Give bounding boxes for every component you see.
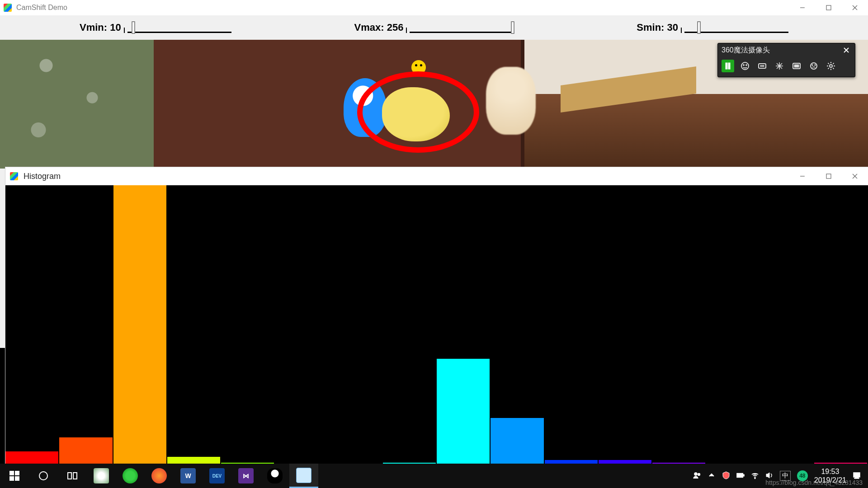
svg-point-32 <box>694 473 697 475</box>
tracking-ellipse <box>357 71 479 153</box>
histogram-close-button[interactable] <box>842 167 868 185</box>
close-button[interactable] <box>842 0 868 15</box>
tray-clock[interactable]: 19:53 2019/2/21 <box>814 467 846 484</box>
histogram-maximize-button[interactable] <box>816 167 842 185</box>
taskbar-app-firefox[interactable] <box>145 464 174 488</box>
svg-point-33 <box>698 473 700 475</box>
svg-rect-6 <box>726 63 727 69</box>
trackbar-panel: Vmin: 10 Vmax: 256 Smin: 30 <box>0 15 868 40</box>
overlay-settings-icon[interactable] <box>825 60 837 72</box>
histogram-bar <box>59 437 112 465</box>
svg-rect-26 <box>15 471 19 475</box>
smin-slider[interactable] <box>684 19 788 36</box>
taskbar-app-browser360[interactable] <box>87 464 116 488</box>
svg-point-19 <box>815 65 816 66</box>
start-button[interactable] <box>0 464 29 488</box>
tray-security-icon[interactable] <box>722 471 730 481</box>
svg-point-17 <box>811 63 817 69</box>
tray-people-icon[interactable] <box>693 471 701 481</box>
histogram-window: Histogram <box>5 167 868 465</box>
camera-overlay-toolbar[interactable]: 360魔法摄像头 <box>717 43 855 77</box>
overlay-sparkle-icon[interactable] <box>773 60 786 72</box>
taskbar-app-visualstudio[interactable]: ⋈ <box>231 464 260 488</box>
svg-rect-22 <box>826 174 831 178</box>
vmin-slider-group: Vmin: 10 <box>80 19 231 36</box>
overlay-capture-icon[interactable] <box>790 60 803 72</box>
tray-360-badge[interactable]: 48 <box>797 470 808 481</box>
svg-rect-25 <box>9 471 14 475</box>
svg-point-29 <box>39 472 47 480</box>
overlay-subtitle-icon[interactable] <box>756 60 769 72</box>
scene-floral-panel <box>0 40 154 169</box>
svg-rect-16 <box>794 65 799 67</box>
camera-overlay-title: 360魔法摄像头 <box>722 46 770 55</box>
tray-clock-date: 2019/2/21 <box>814 476 846 484</box>
app-icon <box>4 4 12 12</box>
scene-plush-toy <box>486 67 536 135</box>
tray-clock-time: 19:53 <box>814 467 846 476</box>
window-title: CamShift Demo <box>16 4 67 12</box>
taskbar-app-word[interactable]: W <box>174 464 203 488</box>
task-view-button[interactable] <box>58 464 87 488</box>
vmin-slider[interactable] <box>127 19 231 36</box>
svg-rect-27 <box>9 476 14 481</box>
svg-rect-36 <box>737 474 741 477</box>
histogram-titlebar[interactable]: Histogram <box>5 167 868 185</box>
maximize-button[interactable] <box>816 0 842 15</box>
cortana-button[interactable] <box>29 464 58 488</box>
svg-point-8 <box>741 62 749 70</box>
tray-wifi-icon[interactable] <box>751 471 759 481</box>
overlay-face-icon[interactable] <box>739 60 751 72</box>
camshift-titlebar[interactable]: CamShift Demo <box>0 0 868 15</box>
taskbar-app-qq[interactable] <box>260 464 289 488</box>
scene-shelf <box>524 94 868 169</box>
svg-point-12 <box>760 66 762 67</box>
histogram-minimize-button[interactable] <box>789 167 816 185</box>
vmax-label: Vmax: 256 <box>354 22 404 33</box>
svg-rect-31 <box>73 473 77 479</box>
taskbar-app-current[interactable] <box>289 464 318 488</box>
svg-point-14 <box>763 66 764 67</box>
minimize-button[interactable] <box>789 0 816 15</box>
vmin-label: Vmin: 10 <box>80 22 121 33</box>
histogram-bar <box>491 418 543 465</box>
svg-point-10 <box>746 65 747 66</box>
svg-rect-38 <box>854 473 860 477</box>
app-icon <box>10 172 18 180</box>
system-tray[interactable]: 中 48 19:53 2019/2/21 <box>693 464 868 488</box>
tray-volume-icon[interactable] <box>765 471 774 481</box>
histogram-canvas <box>5 185 868 465</box>
svg-point-37 <box>755 478 755 479</box>
histogram-bar <box>437 359 490 465</box>
histogram-title: Histogram <box>24 172 61 181</box>
smin-slider-group: Smin: 30 <box>637 19 788 36</box>
histogram-bar <box>113 185 166 465</box>
svg-point-9 <box>743 65 745 66</box>
taskbar[interactable]: W DEV ⋈ 中 48 19:53 2019/2/21 <box>0 464 868 488</box>
tray-chevron-up-icon[interactable] <box>708 471 716 481</box>
smin-label: Smin: 30 <box>637 22 678 33</box>
svg-rect-28 <box>15 476 19 481</box>
taskbar-app-ie[interactable] <box>116 464 145 488</box>
svg-point-20 <box>830 65 832 67</box>
camera-overlay-close-button[interactable] <box>841 45 851 55</box>
tray-notifications-icon[interactable] <box>853 471 861 481</box>
vmax-slider[interactable] <box>410 19 514 36</box>
vmax-slider-group: Vmax: 256 <box>354 19 514 36</box>
svg-point-18 <box>812 65 813 66</box>
svg-rect-35 <box>743 474 744 476</box>
tray-ime-indicator[interactable]: 中 <box>780 471 791 481</box>
svg-rect-7 <box>728 63 730 69</box>
svg-point-13 <box>762 66 763 67</box>
overlay-pause-button[interactable] <box>722 60 734 72</box>
svg-rect-1 <box>826 5 831 10</box>
taskbar-app-devcpp[interactable]: DEV <box>203 464 231 488</box>
overlay-share-icon[interactable] <box>807 60 820 72</box>
tray-battery-icon[interactable] <box>736 471 745 481</box>
svg-rect-30 <box>68 473 71 479</box>
